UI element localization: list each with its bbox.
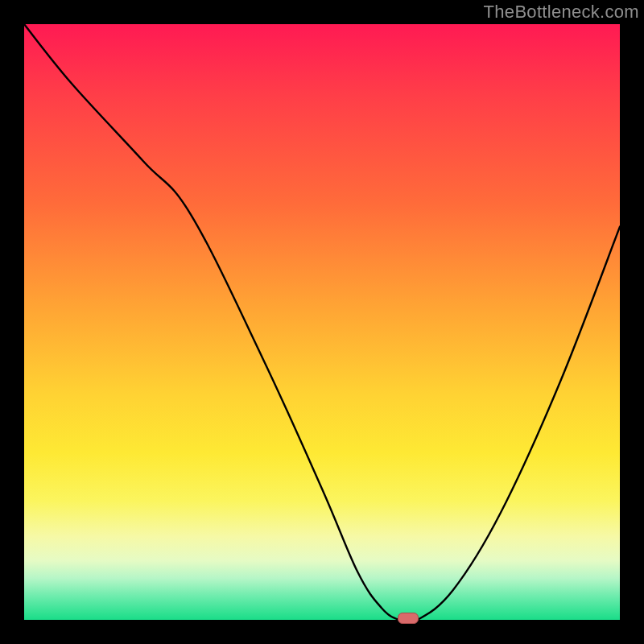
chart-container: TheBottleneck.com xyxy=(0,0,644,644)
curve-path xyxy=(24,24,620,620)
watermark-text: TheBottleneck.com xyxy=(484,2,639,23)
bottleneck-curve xyxy=(24,24,620,620)
optimal-point-marker xyxy=(398,613,419,624)
plot-area xyxy=(24,24,620,620)
